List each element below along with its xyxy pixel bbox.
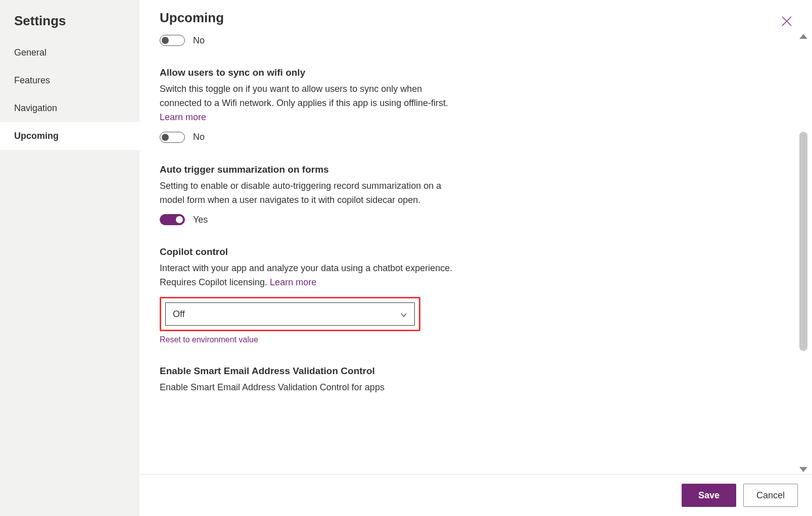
setting-title: Enable Smart Email Address Validation Co… <box>160 366 463 377</box>
setting-title: Allow users to sync on wifi only <box>160 67 463 78</box>
chevron-down-icon <box>400 311 407 318</box>
reset-to-environment-link[interactable]: Reset to environment value <box>160 335 258 344</box>
toggle-label: Yes <box>193 215 208 225</box>
main-panel: Upcoming No Allow users to sync on wifi … <box>139 0 812 516</box>
sidebar-item-general[interactable]: General <box>0 39 139 67</box>
toggle-label: No <box>193 35 205 46</box>
page-title: Upcoming <box>160 10 792 26</box>
toggle-wifi-only[interactable] <box>160 132 185 143</box>
scroll-track[interactable] <box>799 132 807 445</box>
toggle-partial-top[interactable] <box>160 35 185 46</box>
setting-description: Interact with your app and analyze your … <box>160 262 463 290</box>
setting-auto-summarization: Auto trigger summarization on forms Sett… <box>160 164 463 226</box>
close-button[interactable] <box>780 15 794 29</box>
toggle-label: No <box>193 132 205 142</box>
toggle-auto-summarization[interactable] <box>160 214 185 225</box>
setting-title: Copilot control <box>160 246 463 257</box>
sidebar-title: Settings <box>0 0 139 39</box>
sidebar-item-navigation[interactable]: Navigation <box>0 94 139 122</box>
setting-description: Enable Smart Email Address Validation Co… <box>160 381 463 395</box>
setting-description: Switch this toggle on if you want to all… <box>160 82 463 125</box>
save-button[interactable]: Save <box>682 484 736 507</box>
scroll-down-icon[interactable] <box>799 467 807 472</box>
scroll-up-icon[interactable] <box>799 34 807 39</box>
setting-partial-top: No <box>160 35 463 46</box>
close-icon <box>781 16 792 29</box>
sidebar: Settings General Features Navigation Upc… <box>0 0 139 516</box>
scrollbar[interactable] <box>795 32 812 474</box>
sidebar-item-features[interactable]: Features <box>0 67 139 94</box>
learn-more-link[interactable]: Learn more <box>270 277 316 287</box>
setting-description: Setting to enable or disable auto-trigge… <box>160 179 463 208</box>
cancel-button[interactable]: Cancel <box>743 484 798 507</box>
setting-wifi-only: Allow users to sync on wifi only Switch … <box>160 67 463 143</box>
settings-content: No Allow users to sync on wifi only Swit… <box>139 32 795 474</box>
highlight-box: Off <box>160 297 420 331</box>
sidebar-item-upcoming[interactable]: Upcoming <box>0 122 139 150</box>
scroll-thumb[interactable] <box>799 132 807 351</box>
setting-smart-email-validation: Enable Smart Email Address Validation Co… <box>160 366 463 395</box>
footer: Save Cancel <box>139 474 812 516</box>
main-header: Upcoming <box>139 0 812 32</box>
setting-copilot-control: Copilot control Interact with your app a… <box>160 246 463 344</box>
copilot-control-select[interactable]: Off <box>165 302 415 326</box>
setting-title: Auto trigger summarization on forms <box>160 164 463 175</box>
select-value: Off <box>173 309 185 320</box>
learn-more-link[interactable]: Learn more <box>160 112 206 122</box>
